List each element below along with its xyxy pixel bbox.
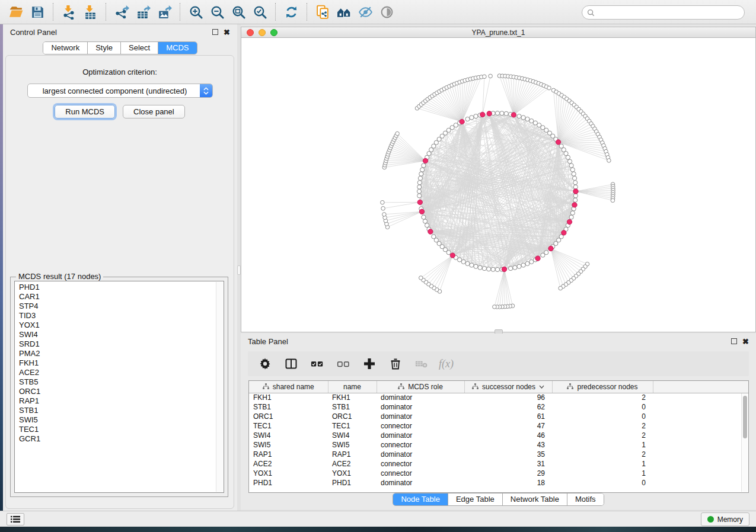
- list-item[interactable]: GCR1: [19, 434, 215, 444]
- close-panel-button[interactable]: Close panel: [123, 105, 185, 118]
- mcds-list-scrollbar[interactable]: [216, 282, 223, 492]
- export-image-icon: [157, 5, 172, 20]
- gear-icon: [259, 357, 272, 370]
- column-header-successor-nodes[interactable]: successor nodes: [464, 381, 552, 393]
- delete-table-button[interactable]: [413, 355, 430, 373]
- table-row[interactable]: STB1STB1dominator620: [249, 402, 748, 412]
- tab-network-table[interactable]: Network Table: [503, 493, 567, 505]
- list-item[interactable]: FKH1: [19, 358, 215, 368]
- cell-name: STB1: [328, 402, 377, 412]
- column-header-mcds-role[interactable]: MCDS role: [377, 381, 464, 393]
- list-item[interactable]: SWI4: [19, 330, 215, 339]
- cell-name: SWI5: [328, 440, 377, 450]
- scrollbar-thumb[interactable]: [743, 396, 747, 438]
- memory-button[interactable]: Memory: [701, 512, 749, 526]
- status-bar: Memory: [0, 511, 756, 527]
- list-item[interactable]: YOX1: [19, 321, 215, 330]
- window-close-icon[interactable]: [247, 29, 254, 36]
- run-mcds-button[interactable]: Run MCDS: [55, 105, 115, 118]
- add-column-button[interactable]: [361, 355, 378, 373]
- table-row[interactable]: PHD1PHD1dominator180: [249, 478, 748, 488]
- cell-role: connector: [377, 440, 464, 450]
- node-table[interactable]: shared name name MCDS role successor nod…: [249, 381, 748, 488]
- import-network-button[interactable]: [58, 2, 79, 21]
- column-header-name[interactable]: name: [328, 381, 377, 393]
- zoom-fit-button[interactable]: [228, 2, 249, 21]
- network-canvas[interactable]: [241, 38, 755, 332]
- select-all-columns-button[interactable]: [308, 355, 326, 373]
- window-maximize-icon[interactable]: [270, 29, 277, 36]
- zoom-in-button[interactable]: [185, 2, 206, 21]
- list-item[interactable]: RAP1: [19, 396, 215, 406]
- export-table-icon: [136, 5, 151, 20]
- column-header-shared-name[interactable]: shared name: [249, 381, 328, 393]
- zoom-out-button[interactable]: [206, 2, 228, 21]
- list-item[interactable]: STB1: [19, 406, 215, 415]
- list-item[interactable]: ACE2: [19, 368, 215, 377]
- search-input[interactable]: [598, 7, 744, 18]
- open-file-button[interactable]: [5, 2, 27, 21]
- tab-node-table[interactable]: Node Table: [393, 493, 448, 505]
- export-network-icon: [114, 5, 129, 20]
- close-panel-icon[interactable]: ✖: [224, 28, 230, 37]
- table-row[interactable]: ACE2ACE2connector311: [249, 459, 748, 469]
- list-item[interactable]: ORC1: [19, 387, 215, 396]
- import-table-button[interactable]: [79, 2, 101, 21]
- list-item[interactable]: PHD1: [19, 283, 215, 292]
- column-header-predecessor-nodes[interactable]: predecessor nodes: [552, 381, 653, 393]
- clone-network-button[interactable]: [312, 2, 333, 21]
- tab-network[interactable]: Network: [43, 42, 88, 54]
- cell-name: PHD1: [328, 478, 377, 488]
- cell-filler: [653, 421, 748, 431]
- table-row[interactable]: YOX1YOX1connector291: [249, 469, 748, 478]
- list-item[interactable]: STP4: [19, 302, 215, 311]
- export-network-button[interactable]: [111, 2, 132, 21]
- list-item[interactable]: STB5: [19, 377, 215, 387]
- automation-panel-button[interactable]: [7, 513, 24, 525]
- tab-edge-table[interactable]: Edge Table: [448, 493, 503, 505]
- cell-filler: [653, 459, 748, 469]
- criterion-select[interactable]: largest connected component (undirected): [27, 84, 213, 98]
- table-row[interactable]: FKH1FKH1dominator962: [249, 393, 748, 402]
- table-panel: Table Panel ✖: [241, 334, 756, 509]
- close-table-panel-icon[interactable]: ✖: [742, 337, 749, 346]
- tab-mcds[interactable]: MCDS: [158, 42, 196, 54]
- table-scrollbar[interactable]: [741, 393, 748, 492]
- export-image-button[interactable]: [154, 2, 175, 21]
- import-network-icon: [62, 5, 76, 20]
- cell-filler: [653, 393, 748, 402]
- hide-labels-button[interactable]: [355, 2, 376, 21]
- cell-role: dominator: [377, 402, 464, 412]
- window-minimize-icon[interactable]: [259, 29, 266, 36]
- refresh-button[interactable]: [280, 2, 302, 21]
- graphics-details-button[interactable]: [376, 2, 397, 21]
- first-neighbors-button[interactable]: [333, 2, 355, 21]
- table-row[interactable]: TEC1TEC1connector472: [249, 421, 748, 431]
- table-row[interactable]: ORC1ORC1dominator610: [249, 412, 748, 421]
- table-settings-button[interactable]: [256, 355, 274, 373]
- zoom-selected-button[interactable]: [249, 2, 270, 21]
- float-table-panel-icon[interactable]: [731, 338, 737, 344]
- list-item[interactable]: TID3: [19, 311, 215, 321]
- function-builder-icon[interactable]: f(x): [439, 358, 454, 370]
- tab-select[interactable]: Select: [121, 42, 158, 54]
- delete-columns-button[interactable]: [387, 355, 404, 373]
- list-item[interactable]: TEC1: [19, 425, 215, 434]
- table-row[interactable]: SWI5SWI5connector431: [249, 440, 748, 450]
- save-session-button[interactable]: [27, 2, 48, 21]
- export-table-button[interactable]: [132, 2, 154, 21]
- tab-motifs[interactable]: Motifs: [567, 493, 604, 505]
- search-box[interactable]: [582, 5, 745, 20]
- list-item[interactable]: SWI5: [19, 415, 215, 425]
- list-item[interactable]: SRD1: [19, 339, 215, 349]
- table-panel-titlebar: Table Panel ✖: [241, 334, 756, 349]
- table-row[interactable]: SWI4SWI4dominator462: [249, 431, 748, 440]
- unselect-all-columns-button[interactable]: [334, 355, 352, 373]
- list-item[interactable]: CAR1: [19, 292, 215, 302]
- split-columns-button[interactable]: [282, 355, 300, 373]
- float-panel-icon[interactable]: [212, 29, 218, 35]
- tab-style[interactable]: Style: [88, 42, 121, 54]
- list-item[interactable]: PMA2: [19, 349, 215, 358]
- mcds-result-list[interactable]: PHD1CAR1STP4TID3YOX1SWI4SRD1PMA2FKH1ACE2…: [14, 281, 224, 493]
- table-row[interactable]: RAP1RAP1dominator352: [249, 450, 748, 459]
